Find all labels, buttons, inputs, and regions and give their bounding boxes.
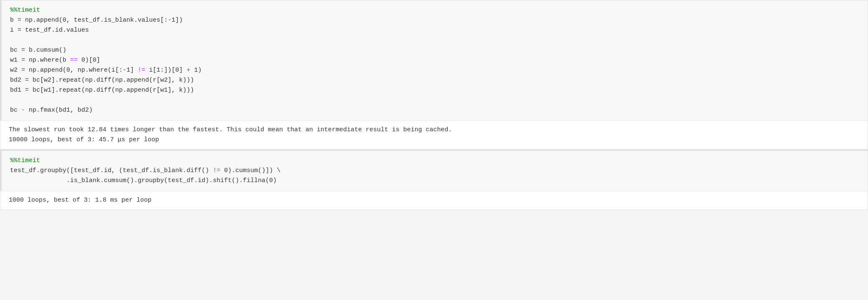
code-line: test_df.groupby([test_df.id, (test_df.is… — [10, 166, 859, 176]
cell-1: %%timeit b = np.append(0, test_df.is_bla… — [0, 0, 868, 150]
cell-2-output: 1000 loops, best of 3: 1.8 ms per loop — [0, 191, 868, 210]
code-line: w2 = np.append(0, np.where(i[:-1] != i[1… — [10, 65, 859, 75]
code-line: bd2 = bc[w2].repeat(np.diff(np.append(r[… — [10, 75, 859, 85]
output-text-1: The slowest run took 12.84 times longer … — [9, 126, 452, 143]
notebook-container: %%timeit b = np.append(0, test_df.is_bla… — [0, 0, 868, 210]
code-line: b = np.append(0, test_df.is_blank.values… — [10, 15, 859, 25]
code-line: %%timeit — [10, 156, 859, 166]
code-line: i = test_df.id.values — [10, 25, 859, 35]
code-line — [10, 35, 859, 45]
output-text-2: 1000 loops, best of 3: 1.8 ms per loop — [9, 197, 151, 204]
magic-command-2: %%timeit — [10, 157, 40, 164]
code-line — [10, 95, 859, 105]
cell-1-code: %%timeit b = np.append(0, test_df.is_bla… — [0, 0, 868, 120]
code-line: w1 = np.where(b == 0)[0] — [10, 55, 859, 65]
code-line: bc - np.fmax(bd1, bd2) — [10, 105, 859, 115]
code-line: bd1 = bc[w1].repeat(np.diff(np.append(r[… — [10, 85, 859, 95]
cell-2-code: %%timeit test_df.groupby([test_df.id, (t… — [0, 151, 868, 191]
code-line: bc = b.cumsum() — [10, 45, 859, 55]
cell-1-output: The slowest run took 12.84 times longer … — [0, 120, 868, 149]
code-line: .is_blank.cumsum().groupby(test_df.id).s… — [10, 176, 859, 186]
cell-2: %%timeit test_df.groupby([test_df.id, (t… — [0, 150, 868, 210]
code-line: %%timeit — [10, 5, 859, 15]
magic-command: %%timeit — [10, 7, 40, 14]
